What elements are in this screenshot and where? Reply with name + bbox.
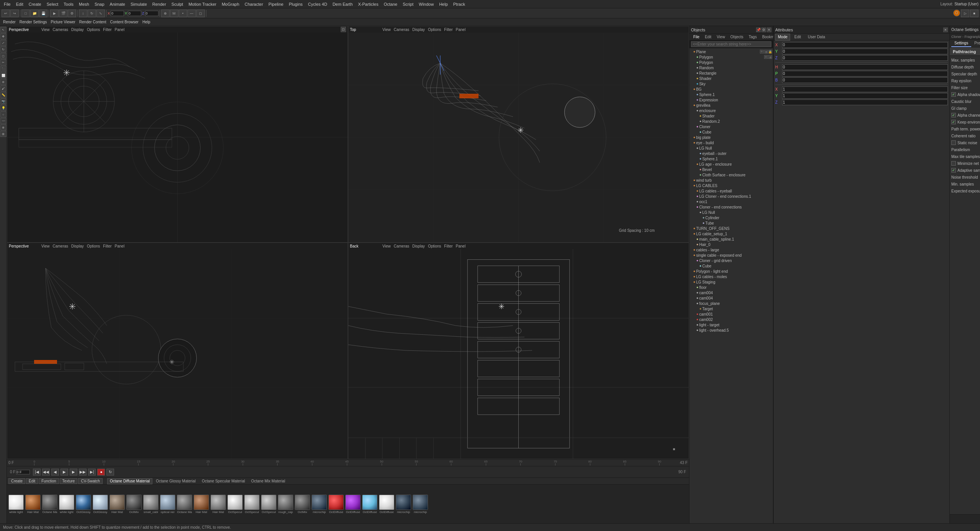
vp-tl-view[interactable]: View	[40, 28, 51, 32]
object-tree-item[interactable]: ● Cube	[689, 263, 773, 269]
object-tree-item[interactable]: ● LG age - enclosure	[689, 161, 773, 167]
menu-mograph[interactable]: MoGraph	[219, 1, 242, 7]
object-tree-item[interactable]: ● enclosure	[689, 108, 773, 113]
mat-tab-glossy[interactable]: Octane Glossy Material	[153, 478, 198, 484]
viewport-tl[interactable]: Perspective View Cameras Display Options…	[7, 26, 348, 243]
lt-light[interactable]: 💡	[0, 105, 7, 111]
object-tree-item[interactable]: ● LG cables - moles	[689, 274, 773, 279]
help-menu-sec[interactable]: Help	[141, 20, 152, 24]
lt-bridge[interactable]: ⬜	[0, 72, 7, 78]
menu-demearth[interactable]: Dem Earth	[330, 1, 355, 7]
mat-tab-specular[interactable]: Octane Specular Material	[199, 478, 248, 484]
toolbar-render-settings[interactable]: ⚙	[68, 10, 76, 17]
material-swatch[interactable]: OctMix	[126, 495, 142, 514]
om-tab-tags[interactable]: Tags	[746, 35, 759, 39]
vp-br-view[interactable]: View	[381, 244, 392, 248]
vp-bl-cameras[interactable]: Cameras	[52, 244, 70, 248]
object-tree-item[interactable]: ● LG cable_setup_1	[689, 231, 773, 236]
lt-rotate[interactable]: ↻	[0, 46, 7, 52]
oc-checkbox[interactable]	[951, 161, 956, 166]
menu-animate[interactable]: Animate	[108, 1, 127, 7]
oc-checkbox[interactable]: ✓	[951, 120, 956, 124]
object-tree-item[interactable]: ● Cloner - end connections	[689, 204, 773, 210]
menu-pipeline[interactable]: Pipeline	[266, 1, 286, 7]
material-swatch[interactable]: microchip	[413, 495, 428, 514]
object-tree-item[interactable]: ● Target	[689, 306, 773, 311]
object-tree-item[interactable]: ● big plate	[689, 135, 773, 140]
anim-frame-input[interactable]	[16, 470, 30, 474]
toolbar-snap[interactable]: ⊕	[161, 10, 170, 17]
lt-move[interactable]: ✥	[0, 33, 7, 39]
om-badge-render[interactable]: ◉	[768, 55, 772, 59]
menu-file[interactable]: File	[2, 1, 13, 7]
om-tab-view[interactable]: View	[714, 35, 727, 39]
lt-knife[interactable]: ✂	[0, 59, 7, 65]
object-tree-item[interactable]: ● Cloth Surface - enclosure	[689, 172, 773, 178]
vp-br-cameras[interactable]: Cameras	[393, 244, 411, 248]
vp-tr-panel[interactable]: Panel	[455, 28, 467, 32]
menu-sculpt[interactable]: Sculpt	[169, 1, 186, 7]
toolbar-undo[interactable]: ↩	[2, 10, 10, 17]
toolbar-new[interactable]: □	[21, 10, 30, 17]
toolbar-render[interactable]: ▶	[50, 10, 59, 17]
material-swatch[interactable]: microchip	[396, 495, 411, 514]
content-browser-menu[interactable]: Content Browser	[108, 20, 140, 24]
lt-brush[interactable]: 🖌	[0, 85, 7, 91]
menu-tools[interactable]: Tools	[61, 1, 76, 7]
object-tree-item[interactable]: ● light - target	[689, 322, 773, 327]
anim-last-frame[interactable]: ▶|	[88, 469, 96, 476]
material-swatch[interactable]: microchip	[312, 495, 327, 514]
object-tree-item[interactable]: ● LG Staging	[689, 279, 773, 285]
anim-play[interactable]: ▶	[60, 469, 68, 476]
material-swatch[interactable]: Hair Mat	[109, 495, 125, 514]
object-tree-item[interactable]: ● Sky	[689, 81, 773, 86]
attr-sx-input[interactable]	[782, 86, 948, 92]
object-tree-item[interactable]: ● Expression	[689, 97, 773, 103]
menu-plugins[interactable]: Plugins	[286, 1, 305, 7]
attr-tab-mode[interactable]: Mode	[775, 34, 790, 41]
vp-tr-options[interactable]: Options	[427, 28, 442, 32]
object-tree-item[interactable]: ● Shader	[689, 76, 773, 81]
attr-tab-userdata[interactable]: User Data	[805, 34, 828, 41]
attr-x-input[interactable]	[782, 42, 948, 48]
menu-simulate[interactable]: Simulate	[128, 1, 149, 7]
vp-tl-panel[interactable]: Panel	[114, 28, 126, 32]
vp-tl-cameras[interactable]: Cameras	[52, 28, 70, 32]
attr-y-input[interactable]	[782, 49, 948, 54]
mat-texture-btn[interactable]: Texture	[60, 478, 78, 484]
material-swatch[interactable]: OctSpecul	[261, 495, 276, 514]
object-tree-item[interactable]: ● light - overhead.5	[689, 327, 773, 333]
anim-loop[interactable]: ↻	[106, 469, 114, 476]
lt-bend[interactable]: 〰	[0, 118, 7, 124]
object-tree-item[interactable]: ● single cable - exposed end	[689, 252, 773, 258]
object-tree-item[interactable]: ● Bevel	[689, 167, 773, 172]
coord-y-input[interactable]	[128, 11, 141, 16]
toolbar-redo[interactable]: ↪	[10, 10, 19, 17]
object-tree-item[interactable]: ● Shader	[689, 113, 773, 119]
material-swatch[interactable]: white light	[8, 495, 24, 514]
anim-next-frame[interactable]: ▶▶	[79, 469, 87, 476]
menu-ptrack[interactable]: Ptrack	[451, 1, 467, 7]
object-tree-item[interactable]: ● wind turb	[689, 178, 773, 183]
vp-tr-filter[interactable]: Filter	[443, 28, 454, 32]
material-swatch[interactable]: Octane Ma	[177, 495, 192, 514]
object-tree-item[interactable]: ● LG Null	[689, 210, 773, 215]
object-tree-item[interactable]: ● cam002	[689, 317, 773, 322]
vp-tl-filter[interactable]: Filter	[102, 28, 113, 32]
anim-first-frame[interactable]: |◀	[33, 469, 41, 476]
vp-bl-options[interactable]: Options	[86, 244, 101, 248]
material-swatch[interactable]: OctDiffuse	[328, 495, 344, 514]
lt-magnet[interactable]: ⊛	[0, 79, 7, 85]
material-swatch[interactable]: OctGlossy	[93, 495, 108, 514]
om-badge-eye[interactable]: 👁	[760, 50, 764, 54]
lt-measure[interactable]: 📏	[0, 92, 7, 98]
material-swatch[interactable]: Hair Mat	[25, 495, 41, 514]
om-tab-file[interactable]: File	[691, 35, 702, 39]
attr-tab-edit[interactable]: Edit	[792, 34, 804, 41]
lt-cloner[interactable]: ⊞	[0, 131, 7, 137]
object-tree-item[interactable]: ● Polygon 👁◉	[689, 54, 773, 60]
attr-z-input[interactable]	[782, 55, 948, 61]
object-tree-item[interactable]: ● floor	[689, 285, 773, 290]
lt-poly[interactable]: ◻	[0, 53, 7, 59]
object-tree-item[interactable]: ● LG CABLES	[689, 183, 773, 188]
